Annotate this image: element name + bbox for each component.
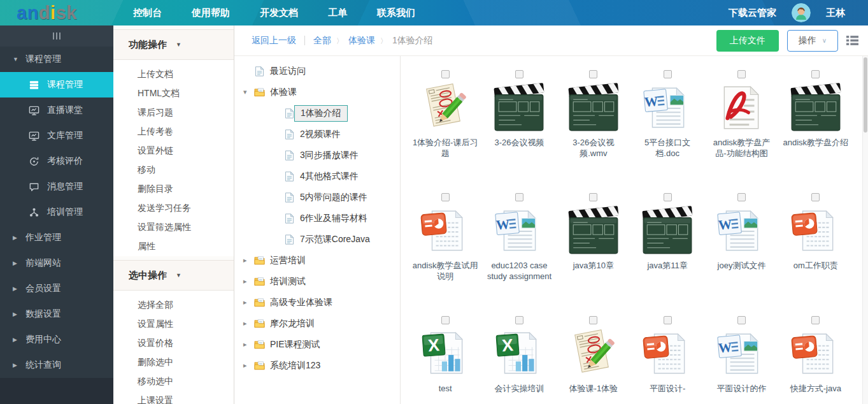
sidebar-menu-item[interactable]: 费用中心	[0, 327, 113, 352]
file-card[interactable]: java第11章	[632, 193, 702, 316]
operations-panel-item[interactable]: 删除目录 ▼	[113, 180, 234, 199]
tree-item[interactable]: 2视频课件	[234, 124, 400, 145]
operations-panel-item[interactable]: 设置价格 ▼	[113, 334, 234, 353]
tree-item[interactable]: PIE课程测试	[234, 334, 400, 355]
tree-item[interactable]: 4其他格式课件	[234, 166, 400, 187]
file-checkbox[interactable]	[515, 70, 523, 78]
file-card[interactable]: om工作职责	[781, 193, 851, 316]
sidebar-menu-item[interactable]: 作业管理	[0, 225, 113, 250]
tree-expand-arrow-icon[interactable]	[243, 277, 254, 285]
operations-panel-item[interactable]: 设置属性 ▼	[113, 315, 234, 334]
operations-panel-item[interactable]: 上传文档 ▼	[113, 60, 234, 84]
list-view-toggle-button[interactable]	[846, 36, 859, 46]
file-checkbox[interactable]	[737, 193, 746, 201]
file-card[interactable]: andisk教学盘介绍	[781, 70, 851, 193]
tree-item[interactable]: 5内带问题的课件	[234, 187, 400, 208]
operations-panel-item[interactable]: 功能操作 ▼	[113, 29, 234, 60]
file-checkbox[interactable]	[515, 316, 523, 324]
tree-item[interactable]: 培训测试	[234, 271, 400, 292]
tree-expand-arrow-icon[interactable]	[243, 256, 254, 264]
topnav-menu-item[interactable]: 开发文档	[260, 7, 298, 19]
tree-item[interactable]: 体验课	[234, 82, 400, 103]
download-cloud-manager-link[interactable]: 下载云管家	[729, 7, 776, 19]
operations-panel-item[interactable]: 删除选中 ▼	[113, 353, 234, 372]
app-logo[interactable]: andisk	[17, 4, 77, 22]
file-card[interactable]: 快捷方式-java	[781, 316, 851, 404]
sidebar-menu-item[interactable]: 消息管理	[0, 174, 113, 199]
file-card[interactable]: 3-26会议视频.wmv	[559, 70, 629, 193]
topnav-menu-item[interactable]: 控制台	[133, 7, 162, 19]
operations-panel-item[interactable]: 课后习题 ▼	[113, 103, 234, 122]
file-card[interactable]: 平面设计-	[632, 316, 702, 404]
file-card[interactable]: 3-26会议视频	[484, 70, 554, 193]
file-card[interactable]: andisk教学盘产品-功能结构图	[706, 70, 776, 193]
scrollbar-thumb[interactable]	[864, 57, 867, 133]
operations-panel-item[interactable]: 移动 ▼	[113, 161, 234, 180]
tree-item[interactable]: 3同步播放课件	[234, 145, 400, 166]
operations-panel-item[interactable]: HTML文档 ▼	[113, 84, 234, 103]
operations-panel-item[interactable]: 发送学习任务 ▼	[113, 199, 234, 218]
file-card[interactable]: educ1203 case study assignment	[484, 193, 554, 316]
file-card[interactable]: andisk教学盘试用说明	[410, 193, 480, 316]
sidebar-menu-item[interactable]: 前端网站	[0, 250, 113, 276]
file-checkbox[interactable]	[664, 70, 672, 78]
file-checkbox[interactable]	[811, 70, 820, 78]
file-card[interactable]: java第10章	[559, 193, 629, 316]
file-checkbox[interactable]	[515, 193, 523, 201]
file-card[interactable]: joey测试文件	[706, 193, 776, 316]
file-card[interactable]: 会计实操培训	[484, 316, 554, 404]
operations-panel-item[interactable]: 移动选中 ▼	[113, 372, 234, 391]
tree-item[interactable]: 7示范课CoreJava	[234, 229, 400, 250]
sidebar-menu-item[interactable]: 文库管理	[0, 123, 113, 148]
sidebar-menu-item[interactable]: 统计查询	[0, 352, 113, 378]
sidebar-menu-item[interactable]: 考核评价	[0, 148, 113, 174]
breadcrumb-item[interactable]: 体验课	[331, 35, 375, 47]
tree-expand-arrow-icon[interactable]	[243, 298, 254, 307]
topnav-menu-item[interactable]: 使用帮助	[192, 7, 230, 19]
back-to-parent-link[interactable]: 返回上一级	[252, 35, 296, 47]
file-checkbox[interactable]	[664, 316, 672, 324]
file-card[interactable]: test	[410, 316, 480, 404]
file-checkbox[interactable]	[811, 193, 820, 201]
sidebar-collapse-button[interactable]	[0, 25, 113, 47]
tree-item[interactable]: 1体验介绍	[234, 103, 400, 124]
tree-item[interactable]: 最近访问	[234, 61, 400, 82]
file-checkbox[interactable]	[664, 193, 672, 201]
sidebar-menu-item[interactable]: 课程管理	[0, 72, 113, 97]
user-avatar[interactable]	[792, 3, 811, 22]
username-label[interactable]: 王林	[826, 7, 845, 19]
upload-file-button[interactable]: 上传文件	[716, 30, 779, 52]
sidebar-menu-item[interactable]: 课程管理	[0, 47, 113, 72]
file-card[interactable]: 1体验介绍-课后习题	[410, 70, 480, 193]
file-checkbox[interactable]	[589, 193, 597, 201]
operations-panel-item[interactable]: 选中操作 ▼	[113, 260, 234, 291]
file-checkbox[interactable]	[441, 316, 450, 324]
file-checkbox[interactable]	[441, 70, 450, 78]
sidebar-menu-item[interactable]: 培训管理	[0, 199, 113, 225]
file-card[interactable]: 5平台接口文档.doc	[632, 70, 702, 193]
tree-expand-arrow-icon[interactable]	[243, 361, 254, 370]
operations-panel-item[interactable]: 设置筛选属性 ▼	[113, 218, 234, 237]
file-checkbox[interactable]	[737, 316, 746, 324]
operations-panel-item[interactable]: 上传考卷 ▼	[113, 122, 234, 141]
tree-expand-arrow-icon[interactable]	[243, 88, 254, 96]
operations-panel-item[interactable]: 设置外链 ▼	[113, 141, 234, 161]
file-checkbox[interactable]	[589, 70, 597, 78]
sidebar-menu-item[interactable]: 会员设置	[0, 276, 113, 301]
tree-item[interactable]: 摩尔龙培训	[234, 313, 400, 334]
sidebar-menu-item[interactable]: 直播课堂	[0, 97, 113, 123]
file-checkbox[interactable]	[811, 316, 820, 324]
tree-item[interactable]: 6作业及辅导材料	[234, 208, 400, 229]
operations-panel-item[interactable]: 属性 ▼	[113, 237, 234, 256]
operations-panel-item[interactable]: 上课设置 ▼	[113, 391, 234, 404]
topnav-menu-item[interactable]: 联系我们	[377, 7, 415, 19]
operations-panel-item[interactable]: 选择全部 ▼	[113, 291, 234, 315]
file-card[interactable]: 平面设计的作	[706, 316, 776, 404]
tree-item[interactable]: 系统培训123	[234, 355, 400, 376]
breadcrumb-item[interactable]: 全部	[313, 35, 331, 47]
action-dropdown-button[interactable]: 操作 ∨	[787, 30, 838, 52]
file-checkbox[interactable]	[441, 193, 450, 201]
file-checkbox[interactable]	[737, 70, 746, 78]
file-card[interactable]: 体验课-1体验	[559, 316, 629, 404]
tree-item[interactable]: 高级专业体验课	[234, 292, 400, 313]
